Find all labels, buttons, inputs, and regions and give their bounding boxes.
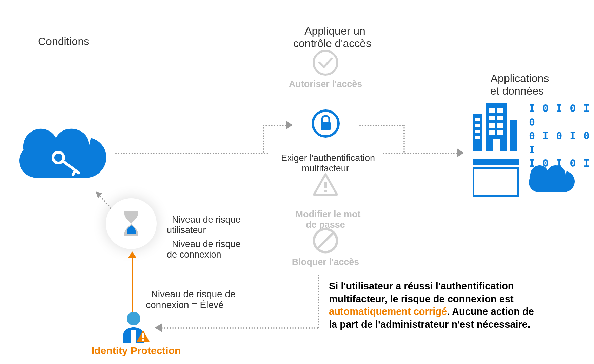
- svg-rect-4: [131, 330, 136, 343]
- svg-rect-21: [489, 108, 495, 113]
- svg-rect-31: [473, 159, 519, 165]
- remediation-note: Si l'utilisateur a réussi l'authentifica…: [329, 280, 539, 331]
- building-icon: [473, 103, 517, 151]
- svg-point-8: [314, 51, 337, 75]
- orange-arrow: [132, 255, 133, 313]
- svg-rect-12: [324, 190, 327, 192]
- svg-rect-26: [497, 123, 503, 128]
- svg-rect-28: [497, 130, 503, 135]
- svg-rect-10: [321, 122, 331, 130]
- svg-rect-24: [497, 116, 503, 120]
- svg-rect-17: [475, 124, 480, 127]
- orange-arrow-head: [128, 251, 136, 258]
- arrow-to-lock: [286, 121, 293, 129]
- svg-rect-29: [493, 139, 500, 151]
- signin-risk-high-label: Niveau de risque de connexion = Élevé: [146, 278, 236, 310]
- apps-data-heading: Applications et données: [475, 60, 559, 97]
- mfa-label: Exiger l'authentification multifacteur: [268, 141, 383, 175]
- feedback-v: [318, 275, 319, 328]
- allow-label: Autoriser l'accès: [286, 79, 364, 89]
- svg-rect-11: [324, 182, 327, 188]
- feedback-arrow: [155, 323, 162, 332]
- svg-rect-6: [142, 339, 144, 341]
- svg-rect-30: [510, 120, 517, 151]
- conditions-heading: Conditions: [38, 35, 89, 48]
- svg-rect-32: [473, 168, 519, 197]
- svg-rect-22: [497, 108, 503, 113]
- svg-rect-18: [475, 130, 480, 133]
- branch-up-left: [263, 125, 264, 153]
- block-icon: [312, 227, 339, 254]
- arrow-to-apps: [457, 148, 464, 157]
- hourglass-icon: [123, 211, 140, 236]
- identity-protection-label: Identity Protection: [92, 345, 181, 357]
- svg-line-14: [318, 233, 333, 248]
- person-alert-icon: [120, 311, 152, 343]
- small-cloud-icon: [529, 164, 575, 195]
- svg-rect-27: [489, 130, 495, 135]
- dotted-arrow-to-cloud: [94, 190, 114, 212]
- svg-rect-16: [475, 118, 480, 121]
- svg-point-3: [127, 312, 140, 325]
- svg-rect-23: [489, 116, 495, 120]
- svg-rect-19: [475, 136, 480, 139]
- svg-rect-5: [142, 333, 144, 338]
- cloud-key-icon: [19, 125, 108, 183]
- block-label: Bloquer l'accès: [286, 257, 364, 267]
- window-icon: [473, 159, 519, 197]
- svg-line-7: [99, 195, 111, 208]
- change-pw-label: Modifier le mot de passe: [285, 199, 366, 230]
- access-control-heading: Appliquer un contrôle d'accès: [281, 12, 383, 50]
- branch-down-right: [403, 125, 405, 153]
- allow-check-icon: [312, 49, 339, 76]
- feedback-h: [161, 327, 318, 329]
- signin-risk-label: Niveau de risque de connexion: [167, 228, 241, 260]
- mfa-lock-icon: [311, 109, 340, 138]
- svg-rect-25: [489, 123, 495, 128]
- branch-down-h: [359, 125, 403, 126]
- change-pw-icon: [313, 173, 338, 197]
- branch-up-h: [263, 125, 286, 126]
